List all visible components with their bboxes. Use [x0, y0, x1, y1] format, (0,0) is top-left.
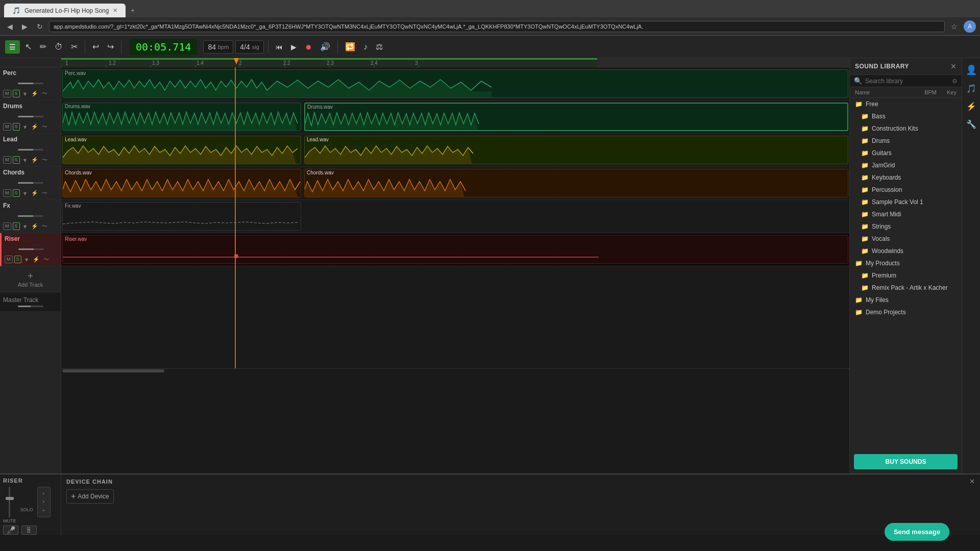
clip-chords-1[interactable]: Chords.wav	[62, 169, 301, 197]
track-row-chords[interactable]: Chords.wav Chords.wav	[61, 167, 849, 200]
send-message-btn[interactable]: Send message	[885, 523, 949, 541]
library-item-woodwinds[interactable]: 📁 Woodwinds	[850, 245, 962, 257]
lead-expand-btn[interactable]: ▼	[21, 157, 29, 164]
h-scrollbar[interactable]	[61, 368, 849, 372]
empty-track-area[interactable]	[61, 266, 849, 368]
library-search-bar[interactable]: 🔍 ⚙	[850, 75, 962, 87]
bookmark-btn[interactable]: ☆	[948, 20, 961, 33]
perc-expand-btn[interactable]: ▼	[21, 90, 29, 97]
track-row-fx[interactable]: Fx.wav	[61, 200, 849, 233]
mute-btn-bottom[interactable]: 🎤	[3, 525, 18, 535]
menu-btn[interactable]: ☰	[5, 40, 20, 54]
riser-expand-btn[interactable]: ▼	[23, 256, 31, 263]
record-btn[interactable]: ⏺	[302, 41, 315, 53]
scissors-tool-btn[interactable]: ✂	[68, 40, 81, 54]
track-row-perc[interactable]: Perc.wav	[61, 67, 849, 101]
back-btn[interactable]: ◀	[4, 20, 16, 33]
right-icon-4[interactable]: 🔧	[964, 117, 978, 131]
chords-vol-slider[interactable]	[18, 182, 43, 184]
library-item-smart-midi[interactable]: 📁 Smart Midi	[850, 208, 962, 220]
lead-fx-btn[interactable]: ⚡	[30, 156, 39, 164]
scrollbar-thumb[interactable]	[62, 369, 164, 372]
library-item-bass[interactable]: 📁 Bass	[850, 110, 962, 122]
track-row-riser[interactable]: Riser.wav	[61, 233, 849, 266]
riser-solo-btn[interactable]: S	[14, 256, 21, 263]
address-input[interactable]	[49, 21, 945, 32]
perc-solo-btn[interactable]: S	[13, 90, 20, 97]
active-tab[interactable]: 🎵 Generated Lo-Fi Hip Hop Song ✕	[4, 4, 126, 17]
library-search-input[interactable]	[865, 78, 949, 85]
library-item-strings[interactable]: 📁 Strings	[850, 220, 962, 233]
chords-auto-btn[interactable]: 〜	[41, 189, 48, 197]
library-item-jamgrid[interactable]: 📁 JamGrid	[850, 159, 962, 171]
bpm-display[interactable]: 84 bpm	[203, 40, 233, 54]
riser-vol-slider[interactable]	[18, 248, 44, 250]
loop-btn[interactable]: 🔁	[342, 40, 358, 54]
library-item-guitars[interactable]: 📁 Guitars	[850, 147, 962, 159]
library-item-free[interactable]: 📁 Free	[850, 98, 962, 110]
clip-chords-2[interactable]: Chords.wav	[304, 169, 848, 197]
clip-lead-2[interactable]: Lead.wav	[304, 136, 848, 164]
profile-btn[interactable]: A	[964, 20, 976, 33]
chords-fx-btn[interactable]: ⚡	[30, 189, 39, 197]
fx-solo-btn[interactable]: S	[13, 222, 20, 230]
undo-btn[interactable]: ↩	[89, 40, 102, 54]
fx-mute-btn[interactable]: M	[3, 222, 11, 230]
riser-fx-btn[interactable]: ⚡	[32, 256, 41, 263]
fader-container[interactable]: MUTE	[3, 487, 16, 523]
time-display[interactable]: 00:05.714	[130, 39, 197, 55]
library-filter-btn[interactable]: ⚙	[952, 78, 958, 85]
riser-auto-btn[interactable]: 〜	[42, 255, 50, 264]
library-item-premium[interactable]: 📁 Premium	[850, 269, 962, 282]
library-item-my-products[interactable]: 📁 My Products	[850, 257, 962, 269]
tab-close-btn[interactable]: ✕	[113, 7, 117, 14]
chords-expand-btn[interactable]: ▼	[21, 190, 29, 197]
play-btn[interactable]: ▶	[288, 41, 300, 53]
refresh-btn[interactable]: ↻	[34, 20, 46, 33]
cursor-tool-btn[interactable]: ↖	[22, 40, 35, 54]
clock-tool-btn[interactable]: ⏱	[52, 40, 66, 54]
perc-mute-btn[interactable]: M	[3, 90, 11, 97]
perc-auto-btn[interactable]: 〜	[41, 89, 48, 98]
add-device-btn[interactable]: + Add Device	[66, 489, 114, 504]
tracks-container[interactable]: 1 1.2 1.3 1.4 2 2.2 2.3	[61, 58, 849, 473]
mix-btn[interactable]: ⚖	[373, 40, 386, 54]
fx-auto-btn[interactable]: 〜	[41, 222, 48, 231]
lead-solo-btn[interactable]: S	[13, 156, 20, 164]
lead-mute-btn[interactable]: M	[3, 156, 11, 164]
drums-solo-btn[interactable]: S	[13, 123, 20, 131]
sig-display[interactable]: 4/4 sig	[235, 40, 264, 54]
master-vol-slider[interactable]	[18, 306, 43, 307]
solo-btn-bottom[interactable]: 🎚	[21, 525, 37, 535]
volume-btn[interactable]: 🔊	[317, 40, 333, 54]
library-item-construction[interactable]: 📁 Construction Kits	[850, 122, 962, 135]
track-row-drums[interactable]: Drums.wav Drums.wav	[61, 101, 849, 134]
eq-strip[interactable]	[37, 487, 51, 517]
library-item-percussion[interactable]: 📁 Percussion	[850, 184, 962, 196]
drums-fx-btn[interactable]: ⚡	[30, 123, 39, 131]
lead-auto-btn[interactable]: 〜	[41, 156, 48, 164]
clip-fx-1[interactable]: Fx.wav	[62, 202, 301, 231]
lead-vol-slider[interactable]	[18, 149, 43, 151]
library-item-my-files[interactable]: 📁 My Files	[850, 294, 962, 306]
clip-lead-1[interactable]: Lead.wav	[62, 136, 301, 164]
chords-mute-btn[interactable]: M	[3, 189, 11, 197]
fx-expand-btn[interactable]: ▼	[21, 223, 29, 230]
library-item-drums[interactable]: 📁 Drums	[850, 135, 962, 147]
library-close-btn[interactable]: ✕	[950, 62, 957, 70]
library-item-sample-pack[interactable]: 📁 Sample Pack Vol 1	[850, 196, 962, 208]
timeline-ruler[interactable]: 1 1.2 1.3 1.4 2 2.2 2.3	[61, 58, 849, 67]
fader-handle[interactable]	[6, 497, 14, 500]
riser-mute-btn[interactable]: M	[5, 256, 13, 263]
right-icon-2[interactable]: 🎵	[964, 82, 978, 95]
forward-btn[interactable]: ▶	[19, 20, 31, 33]
device-chain-close-btn[interactable]: ✕	[969, 478, 975, 485]
library-item-vocals[interactable]: 📁 Vocals	[850, 233, 962, 245]
redo-btn[interactable]: ↪	[104, 40, 117, 54]
new-tab-btn[interactable]: +	[126, 4, 139, 17]
chords-solo-btn[interactable]: S	[13, 189, 20, 197]
drums-auto-btn[interactable]: 〜	[41, 122, 48, 131]
buy-sounds-btn[interactable]: BUY SOUNDS	[854, 454, 958, 469]
right-icon-3[interactable]: ⚡	[964, 99, 978, 113]
fader-track[interactable]	[9, 487, 10, 517]
